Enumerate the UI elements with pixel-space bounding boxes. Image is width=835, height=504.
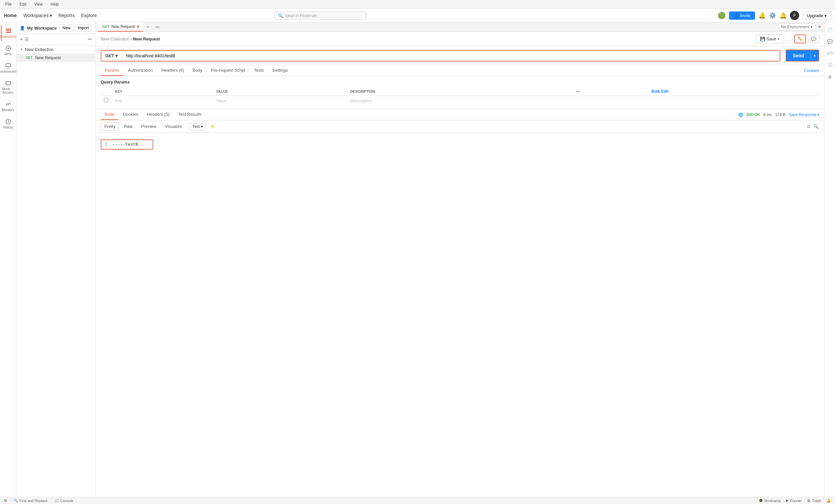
req-tab-pre-request[interactable]: Pre-request Script: [207, 65, 249, 76]
upgrade-button[interactable]: Upgrade ▾: [802, 11, 831, 20]
new-tab-button[interactable]: +: [144, 23, 152, 31]
method-dropdown-icon: ▾: [116, 53, 118, 58]
send-wrapper: Send ▾: [786, 50, 819, 62]
right-sidebar-info-button[interactable]: ⓘ: [826, 61, 835, 70]
request-area: GET New Request + ••• No Environment ▾ 👁…: [96, 22, 824, 497]
url-input[interactable]: [122, 50, 780, 61]
notifications-icon[interactable]: 🔔: [758, 12, 766, 19]
req-tab-body[interactable]: Body: [188, 65, 206, 76]
cookies-link[interactable]: Cookies: [804, 65, 819, 76]
add-collection-icon[interactable]: +: [20, 37, 23, 42]
req-tab-params[interactable]: Params: [101, 65, 123, 76]
trash-button[interactable]: 🗑 Trash: [807, 499, 821, 503]
copy-response-button[interactable]: ⧉: [807, 123, 811, 130]
send-dropdown-button[interactable]: ▾: [811, 50, 819, 62]
layout-icon[interactable]: ⊞: [4, 498, 7, 503]
request-header: New Collection / New Request 💾 Save ▾ ..…: [96, 32, 824, 46]
search-bar[interactable]: 🔍 Search Postman: [274, 12, 367, 20]
nav-reports[interactable]: Reports: [59, 13, 75, 18]
checkbox-col: [101, 87, 111, 96]
nav-workspaces[interactable]: Workspaces ▾: [23, 13, 52, 18]
header-actions: 🟢 👤 Invite 🔔 ⚙️ 🔔 P Upgrade ▾: [717, 11, 831, 20]
format-tab-preview[interactable]: Preview: [138, 122, 160, 130]
edit-button[interactable]: ✏️: [794, 35, 806, 43]
right-sidebar-comment-button[interactable]: 💬: [826, 37, 835, 46]
save-button[interactable]: 💾 Save ▾: [756, 35, 784, 43]
sidebar-item-environments[interactable]: Environments: [1, 60, 16, 76]
menu-view[interactable]: View: [33, 1, 44, 7]
right-sidebar-code-button[interactable]: </>: [826, 49, 835, 58]
response-status: 🌐 200 OK 8 ms 174 B Save Response ▾: [738, 112, 819, 117]
bulk-edit-button[interactable]: Bulk Edit: [651, 89, 669, 94]
bell-icon[interactable]: 🔔: [779, 12, 787, 19]
breadcrumb: New Collection / New Request: [101, 37, 160, 41]
import-button[interactable]: Import: [75, 24, 92, 31]
send-button[interactable]: Send: [786, 50, 811, 62]
workspace-header: 👤 My Workspace New Import: [17, 22, 95, 34]
right-sidebar-settings-button[interactable]: ⚙: [826, 72, 835, 82]
row-checkbox-input[interactable]: [104, 98, 108, 102]
search-response-button[interactable]: 🔍: [813, 123, 819, 130]
url-bar: GET ▾ Send ▾: [96, 46, 824, 65]
more-collections-icon[interactable]: •••: [87, 37, 92, 42]
req-tab-tests[interactable]: Tests: [250, 65, 268, 76]
bottom-bar: ⊞ 🔍 Find and Replace ⬜ Console 🎓 Bootcam…: [0, 497, 835, 504]
format-tab-pretty[interactable]: Pretty: [101, 122, 119, 130]
sidebar-item-monitors[interactable]: Monitors: [1, 98, 16, 114]
filter-icon[interactable]: ⚡: [210, 124, 215, 129]
method-selector[interactable]: GET ▾: [101, 50, 122, 61]
value-col-header: VALUE: [213, 87, 347, 96]
settings-icon[interactable]: ⚙️: [769, 12, 776, 19]
format-tab-raw[interactable]: Raw: [120, 122, 136, 130]
query-params-section: Query Params KEY VALUE DESCRIPTION ••• B…: [96, 76, 824, 109]
resp-tab-body[interactable]: Body: [101, 109, 119, 120]
menu-file[interactable]: File: [4, 1, 13, 7]
collection-new-collection[interactable]: ▼ New Collection: [17, 45, 95, 54]
env-dropdown[interactable]: No Environment ▾: [778, 23, 816, 30]
svg-rect-0: [6, 28, 11, 29]
more-tabs-button[interactable]: •••: [152, 23, 163, 31]
console-button[interactable]: ⬜ Console: [54, 498, 73, 503]
key-cell[interactable]: Key: [111, 96, 213, 106]
req-tab-authorization[interactable]: Authorization: [124, 65, 157, 76]
save-dropdown-icon: ▾: [777, 37, 780, 41]
chat-button[interactable]: 💬: [808, 35, 819, 43]
right-sidebar-doc-button[interactable]: 📄: [826, 25, 835, 34]
text-type-arrow: ▾: [201, 124, 203, 129]
tab-new-request[interactable]: GET New Request: [98, 22, 143, 31]
req-tab-settings[interactable]: Settings: [268, 65, 292, 76]
resp-tab-test-results[interactable]: Test Results: [174, 109, 205, 120]
desc-cell[interactable]: Description: [347, 96, 573, 106]
sidebar-item-apis[interactable]: APIs: [1, 42, 16, 59]
desc-col-header: DESCRIPTION: [347, 87, 573, 96]
sort-icon[interactable]: ☰: [25, 37, 29, 42]
notifications-bottom-icon[interactable]: 🔔: [827, 498, 831, 503]
row-checkbox[interactable]: [101, 96, 111, 106]
sidebar-item-collections[interactable]: Collections: [1, 25, 16, 41]
resp-tab-headers[interactable]: Headers (5): [143, 109, 174, 120]
sidebar-item-history[interactable]: History: [1, 116, 16, 132]
request-more-button[interactable]: ...: [786, 35, 792, 43]
menu-edit[interactable]: Edit: [18, 1, 28, 7]
invite-button[interactable]: 👤 Invite: [729, 12, 755, 20]
icon-sidebar: Collections APIs Environments Mock Serve…: [0, 22, 17, 497]
find-replace-button[interactable]: 🔍 Find and Replace: [14, 498, 48, 503]
resp-tab-cookies[interactable]: Cookies: [119, 109, 142, 120]
req-tab-headers[interactable]: Headers (6): [158, 65, 188, 76]
menu-help[interactable]: Help: [49, 1, 60, 7]
env-eye-icon[interactable]: 👁: [818, 25, 822, 29]
user-avatar[interactable]: P: [790, 11, 799, 20]
value-cell[interactable]: Value: [213, 96, 347, 106]
text-type-selector[interactable]: Text ▾: [189, 123, 206, 130]
collection-request-new[interactable]: GET New Request: [17, 54, 95, 62]
save-response-button[interactable]: Save Response ▾: [789, 112, 819, 117]
sidebar-item-mock-servers[interactable]: Mock Servers: [1, 77, 16, 97]
bootcamp-icon: 🎓: [759, 498, 763, 503]
format-tab-visualize[interactable]: Visualize: [161, 122, 186, 130]
bootcamp-button[interactable]: 🎓 Bootcamp: [759, 498, 781, 503]
env-dropdown-arrow: ▾: [811, 25, 813, 29]
runner-button[interactable]: ▶ Runner: [786, 498, 802, 503]
nav-explore[interactable]: Explore: [81, 13, 97, 18]
new-button[interactable]: New: [60, 24, 73, 31]
nav-home[interactable]: Home: [4, 13, 17, 18]
